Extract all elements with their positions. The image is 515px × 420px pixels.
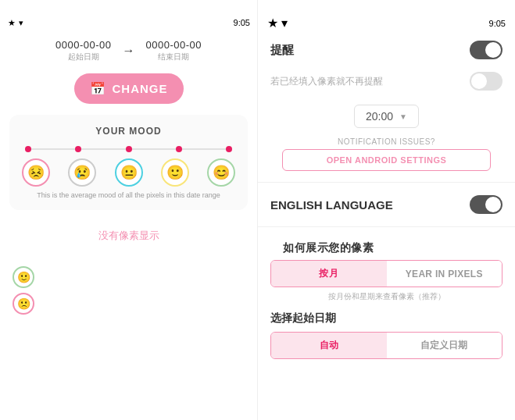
mood-emoji-3: 😐 <box>115 158 143 187</box>
notification-section: NOTIFICATION ISSUES? OPEN ANDROID SETTIN… <box>258 134 515 179</box>
divider-1 <box>258 182 515 183</box>
no-pixels-label: 没有像素显示 <box>0 213 257 258</box>
right-star-icon: ★ <box>267 16 278 30</box>
time-picker[interactable]: 20:00 ▼ <box>354 105 419 128</box>
reminder-sub-toggle[interactable] <box>470 72 502 91</box>
mood-section: YOUR MOOD 😣 😢 😐 🙂 😊 This is the average … <box>9 115 248 210</box>
bottom-icons: 🙂 🙁 <box>0 258 257 322</box>
bottom-icon-sad: 🙁 <box>13 293 34 315</box>
change-button-label: CHANGE <box>113 82 168 95</box>
start-date-tab-group: 自动 自定义日期 <box>270 332 502 359</box>
end-date-label: 结束日期 <box>158 52 189 62</box>
pixel-display-heading: 如何展示您的像素 <box>270 233 502 260</box>
time-value: 20:00 <box>366 110 393 123</box>
mood-emoji-5: 😊 <box>207 158 235 187</box>
reminder-toggle[interactable] <box>470 41 502 59</box>
left-signal-icon: ▾ <box>19 18 23 28</box>
mood-emoji-4: 🙂 <box>161 158 189 187</box>
language-row: ENGLISH LANGUAGE <box>258 186 515 223</box>
calendar-icon: 📅 <box>90 81 106 96</box>
pixel-display-section: 如何展示您的像素 按月 YEAR IN PIXELS 按月份和星期来查看像素（推… <box>258 230 515 308</box>
notif-label: NOTIFICATION ISSUES? <box>338 137 435 146</box>
left-star-icon: ★ <box>8 18 16 28</box>
tab-by-month[interactable]: 按月 <box>271 261 387 287</box>
pixel-display-tab-group: 按月 YEAR IN PIXELS <box>270 260 502 287</box>
right-signal-icon: ▾ <box>281 16 288 30</box>
end-date-value: 0000-00-00 <box>146 39 202 51</box>
tab-custom-date[interactable]: 自定义日期 <box>387 333 502 358</box>
mood-emojis-row: 😣 😢 😐 🙂 😊 <box>22 158 235 187</box>
language-label: ENGLISH LANGUAGE <box>270 198 393 212</box>
tab-auto[interactable]: 自动 <box>271 333 387 358</box>
start-date-group: 0000-00-00 起始日期 <box>55 39 112 62</box>
bottom-icon-happy: 🙂 <box>13 266 34 288</box>
start-date-value: 0000-00-00 <box>55 39 112 51</box>
divider-2 <box>258 226 515 227</box>
left-status-right: 9:05 <box>234 18 250 27</box>
left-time: 9:05 <box>234 18 250 27</box>
right-status-right: 9:05 <box>489 16 506 30</box>
date-range-section: 0000-00-00 起始日期 → 0000-00-00 结束日期 <box>0 31 257 66</box>
mood-dot-3 <box>126 146 132 152</box>
right-time: 9:05 <box>489 19 506 28</box>
tab-hint: 按月份和星期来查看像素（推荐） <box>270 291 502 302</box>
end-date-group: 0000-00-00 结束日期 <box>146 39 202 62</box>
dropdown-arrow-icon: ▼ <box>399 112 407 121</box>
language-toggle[interactable] <box>470 195 502 214</box>
mood-slider-row <box>22 146 235 152</box>
open-android-settings-button[interactable]: OPEN ANDROID SETTINGS <box>282 149 491 171</box>
start-date-section-label: 选择起始日期 <box>270 311 502 326</box>
mood-dot-1 <box>25 146 31 152</box>
arrow-icon: → <box>123 44 135 58</box>
right-panel: ★ ▾ 9:05 提醒 若已经填入像素就不再提醒 20:00 ▼ NOTIFIC… <box>258 0 515 420</box>
start-date-label: 起始日期 <box>68 52 99 62</box>
reminder-row: 提醒 <box>258 31 515 69</box>
mood-dot-4 <box>176 146 182 152</box>
mood-title: YOUR MOOD <box>22 126 235 137</box>
reminder-sub-label: 若已经填入像素就不再提醒 <box>270 75 383 88</box>
mood-dot-5 <box>226 146 232 152</box>
right-status-left: ★ ▾ <box>267 16 288 30</box>
mood-dot-2 <box>75 146 81 152</box>
left-status-left: ★ ▾ <box>8 18 23 28</box>
left-panel: ★ ▾ 9:05 0000-00-00 起始日期 → 0000-00-00 结束… <box>0 0 258 420</box>
mood-description: This is the average mood of all the pixe… <box>22 191 235 199</box>
tab-year-in-pixels[interactable]: YEAR IN PIXELS <box>387 261 502 287</box>
mood-emoji-1: 😣 <box>22 158 50 187</box>
start-date-section: 选择起始日期 自动 自定义日期 <box>258 308 515 365</box>
mood-emoji-2: 😢 <box>68 158 96 187</box>
reminder-label: 提醒 <box>270 43 294 58</box>
reminder-sub-row: 若已经填入像素就不再提醒 <box>258 69 515 98</box>
change-button[interactable]: 📅 CHANGE <box>74 73 184 104</box>
